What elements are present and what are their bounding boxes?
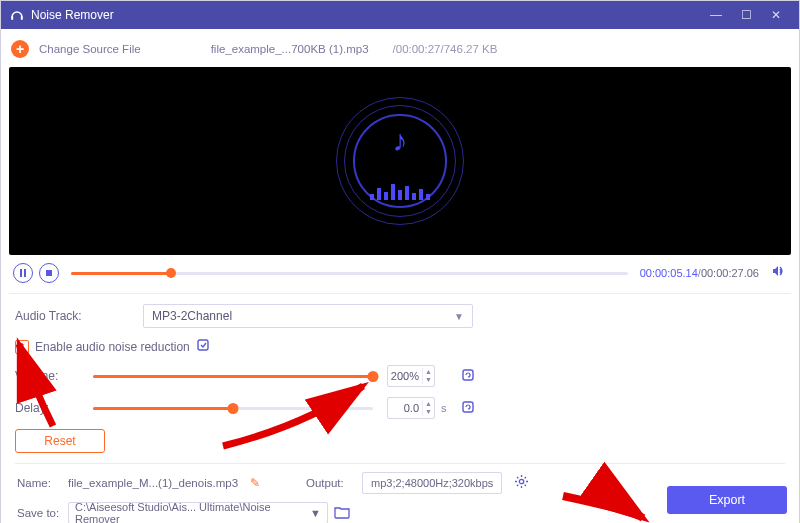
volume-label: Volume: [15, 369, 93, 383]
audio-track-select[interactable]: MP3-2Channel ▼ [143, 304, 473, 328]
svg-rect-1 [21, 16, 23, 20]
player-controls: 00:00:05.14/00:00:27.06 [9, 255, 791, 293]
app-icon [9, 7, 25, 23]
delay-row: Delay: 0.0 ▲▼ s [15, 397, 785, 419]
svg-rect-6 [463, 370, 473, 380]
save-to-label: Save to: [17, 507, 62, 519]
delay-value: 0.0 [388, 402, 422, 414]
volume-up[interactable]: ▲ [423, 368, 434, 376]
output-format-box: mp3;2;48000Hz;320kbps [362, 472, 502, 494]
svg-rect-5 [198, 340, 208, 350]
minimize-button[interactable]: ― [701, 1, 731, 29]
save-to-select[interactable]: C:\Aiseesoft Studio\Ais... Ultimate\Nois… [68, 502, 328, 523]
chevron-down-icon: ▼ [310, 507, 321, 519]
note-icon: ♪ [393, 124, 408, 158]
source-meta: /00:00:27/746.27 KB [393, 43, 498, 55]
name-label: Name: [17, 477, 62, 489]
delay-label: Delay: [15, 401, 93, 415]
enable-noise-checkbox[interactable]: ✓ [15, 340, 29, 354]
enable-noise-label: Enable audio noise reduction [35, 340, 190, 354]
music-visual: ♪ [335, 96, 465, 226]
separator [9, 293, 791, 294]
change-source-button[interactable]: + [11, 40, 29, 58]
output-format-value: mp3;2;48000Hz;320kbps [371, 477, 493, 489]
app-body: + Change Source File file_example_...700… [1, 29, 799, 523]
delay-reset-icon[interactable] [461, 400, 475, 417]
equalizer-icon [370, 180, 430, 200]
delay-up[interactable]: ▲ [423, 400, 434, 408]
play-pause-button[interactable] [13, 263, 33, 283]
volume-row: Volume: 200% ▲▼ [15, 365, 785, 387]
stop-button[interactable] [39, 263, 59, 283]
svg-rect-0 [11, 16, 13, 20]
svg-rect-3 [24, 269, 26, 277]
time-display: 00:00:05.14/00:00:27.06 [640, 267, 759, 279]
titlebar: Noise Remover ― ☐ ✕ [1, 1, 799, 29]
volume-down[interactable]: ▼ [423, 376, 434, 384]
source-row: + Change Source File file_example_...700… [9, 37, 791, 61]
volume-spinner[interactable]: 200% ▲▼ [387, 365, 435, 387]
svg-rect-2 [20, 269, 22, 277]
source-filename: file_example_...700KB (1).mp3 [211, 43, 369, 55]
time-total: 00:00:27.06 [701, 267, 759, 279]
delay-spinner[interactable]: 0.0 ▲▼ [387, 397, 435, 419]
chevron-down-icon: ▼ [454, 311, 464, 322]
volume-slider[interactable] [93, 375, 373, 378]
noise-reset-icon[interactable] [196, 338, 210, 355]
separator-2 [15, 463, 785, 464]
volume-icon[interactable] [771, 263, 787, 283]
volume-reset-icon[interactable] [461, 368, 475, 385]
volume-value: 200% [388, 370, 422, 382]
maximize-button[interactable]: ☐ [731, 1, 761, 29]
svg-point-8 [520, 479, 524, 483]
app-title: Noise Remover [31, 8, 701, 22]
audio-track-label: Audio Track: [15, 309, 93, 323]
svg-rect-7 [463, 402, 473, 412]
reset-row: Reset [15, 429, 785, 453]
save-to-path: C:\Aiseesoft Studio\Ais... Ultimate\Nois… [75, 501, 310, 523]
output-label: Output: [306, 477, 356, 489]
output-name-value: file_example_M...(1)_denois.mp3 [68, 477, 238, 489]
settings-panel: Audio Track: MP3-2Channel ▼ ✓ Enable aud… [9, 302, 791, 523]
delay-unit: s [441, 402, 451, 414]
open-folder-icon[interactable] [334, 505, 350, 522]
delay-down[interactable]: ▼ [423, 408, 434, 416]
delay-slider[interactable] [93, 407, 373, 410]
change-source-label[interactable]: Change Source File [39, 43, 141, 55]
gear-icon[interactable] [514, 474, 529, 492]
enable-noise-row: ✓ Enable audio noise reduction [15, 338, 785, 355]
reset-button[interactable]: Reset [15, 429, 105, 453]
progress-bar[interactable] [71, 272, 628, 275]
audio-track-row: Audio Track: MP3-2Channel ▼ [15, 304, 785, 328]
export-button[interactable]: Export [667, 486, 787, 514]
preview-area: ♪ [9, 67, 791, 255]
svg-rect-4 [46, 270, 52, 276]
time-current: 00:00:05.14 [640, 267, 698, 279]
close-button[interactable]: ✕ [761, 1, 791, 29]
app-window: Noise Remover ― ☐ ✕ + Change Source File… [0, 0, 800, 523]
audio-track-value: MP3-2Channel [152, 309, 232, 323]
rename-icon[interactable]: ✎ [250, 476, 260, 490]
